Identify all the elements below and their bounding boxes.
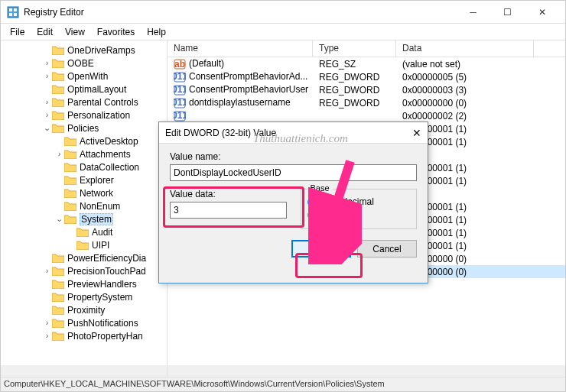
tree-item[interactable]: ›OpenWith xyxy=(2,70,167,83)
folder-icon xyxy=(52,45,64,55)
radio-hexadecimal[interactable] xyxy=(307,197,317,207)
tree-item[interactable]: ActiveDesktop xyxy=(2,134,167,147)
svg-rect-3 xyxy=(9,13,12,16)
menu-bar: File Edit View Favorites Help xyxy=(1,24,565,40)
edit-dword-dialog: Edit DWORD (32-bit) Value ✕ Value name: … xyxy=(158,121,428,283)
tree-item[interactable]: DataCollection xyxy=(2,160,167,173)
value-name: ConsentPromptBehaviorAd... xyxy=(189,71,307,82)
tree-item[interactable]: ›PushNotifications xyxy=(2,316,167,329)
close-button[interactable]: ✕ xyxy=(525,1,559,24)
tree-item-label: DataCollection xyxy=(80,162,139,173)
tree-item-label: ActiveDesktop xyxy=(80,136,138,147)
tree-item-label: Network xyxy=(80,188,113,199)
svg-text:011: 011 xyxy=(174,71,186,82)
tree-item[interactable]: Network xyxy=(2,186,167,199)
ok-button[interactable]: OK xyxy=(291,240,351,258)
status-bar: Computer\HKEY_LOCAL_MACHINE\SOFTWARE\Mic… xyxy=(1,377,565,392)
tree-item[interactable]: ⌄System xyxy=(2,212,167,225)
value-data-input[interactable] xyxy=(170,202,287,219)
dialog-close-button[interactable]: ✕ xyxy=(398,127,421,139)
column-data[interactable]: Data xyxy=(396,40,534,57)
folder-icon xyxy=(76,240,89,250)
tree-hscroll[interactable] xyxy=(1,365,167,377)
folder-icon xyxy=(64,201,76,211)
menu-file[interactable]: File xyxy=(4,25,31,39)
value-name: ConsentPromptBehaviorUser xyxy=(189,84,308,95)
window-titlebar: Registry Editor ─ ☐ ✕ xyxy=(1,1,565,24)
menu-help[interactable]: Help xyxy=(141,25,172,39)
tree-item-label: PushNotifications xyxy=(67,318,138,329)
value-icon: 011 xyxy=(174,110,186,122)
menu-edit[interactable]: Edit xyxy=(31,25,59,39)
tree-item[interactable]: OptimalLayout xyxy=(2,83,167,96)
svg-text:011: 011 xyxy=(174,84,186,95)
tree-item[interactable]: PropertySystem xyxy=(2,290,167,303)
tree-item-label: PropertySystem xyxy=(67,292,132,303)
value-data: 0x00000003 (3) xyxy=(396,85,534,96)
value-icon: 011 xyxy=(174,71,186,83)
svg-rect-4 xyxy=(14,13,17,16)
tree-item[interactable]: ›PhotoPropertyHan xyxy=(2,329,167,342)
folder-icon xyxy=(64,188,76,198)
tree-item[interactable]: PowerEfficiencyDia xyxy=(2,251,167,264)
column-name[interactable]: Name xyxy=(168,40,313,57)
tree-item-label: Audit xyxy=(92,227,112,238)
base-group: Base Hexadecimal Decimal xyxy=(301,189,418,229)
svg-rect-2 xyxy=(14,8,17,11)
tree-item[interactable]: OneDriveRamps xyxy=(2,44,167,57)
tree-item-label: Explorer xyxy=(80,175,114,186)
value-row[interactable]: 0110x00000002 (2) xyxy=(168,109,565,122)
radio-hexadecimal-label: Hexadecimal xyxy=(321,196,374,207)
folder-icon xyxy=(52,110,64,120)
tree-item-label: PreviewHandlers xyxy=(67,279,137,290)
value-row[interactable]: 011ConsentPromptBehaviorUserREG_DWORD0x0… xyxy=(168,83,565,96)
minimize-button[interactable]: ─ xyxy=(456,1,490,24)
value-data: 0x00000005 (5) xyxy=(396,72,534,83)
tree-item-label: System xyxy=(80,213,113,225)
folder-icon xyxy=(52,318,64,328)
tree-item[interactable]: PreviewHandlers xyxy=(2,277,167,290)
tree-item[interactable]: UIPI xyxy=(2,238,167,251)
value-name-input[interactable] xyxy=(170,164,417,181)
cancel-button[interactable]: Cancel xyxy=(357,240,417,258)
folder-icon xyxy=(64,136,76,146)
radio-decimal[interactable] xyxy=(307,210,317,220)
window-title: Registry Editor xyxy=(24,7,456,18)
list-hscroll[interactable] xyxy=(168,365,565,377)
value-data-label: Value data: xyxy=(170,189,287,199)
tree-item[interactable]: ›Attachments xyxy=(2,147,167,160)
menu-view[interactable]: View xyxy=(59,25,91,39)
value-data: (value not set) xyxy=(396,59,534,70)
tree-item[interactable]: ›Personalization xyxy=(2,109,167,121)
registry-tree[interactable]: OneDriveRamps›OOBE›OpenWithOptimalLayout… xyxy=(1,40,167,345)
value-row[interactable]: 011dontdisplaylastusernameREG_DWORD0x000… xyxy=(168,96,565,109)
tree-item-label: Attachments xyxy=(80,149,131,160)
tree-item[interactable]: ›OOBE xyxy=(2,57,167,70)
radio-decimal-label: Decimal xyxy=(321,209,354,220)
tree-item[interactable]: Proximity xyxy=(2,303,167,316)
folder-icon xyxy=(64,175,76,185)
tree-item-label: Proximity xyxy=(67,305,105,316)
tree-item[interactable]: ›PrecisionTouchPad xyxy=(2,264,167,277)
tree-item-label: UIPI xyxy=(92,240,109,251)
value-type: REG_DWORD xyxy=(313,98,396,109)
tree-item[interactable]: ›Parental Controls xyxy=(2,96,167,109)
value-row[interactable]: 011ConsentPromptBehaviorAd...REG_DWORD0x… xyxy=(168,70,565,83)
tree-item-label: PowerEfficiencyDia xyxy=(67,253,146,264)
value-row[interactable]: ab(Default)REG_SZ(value not set) xyxy=(168,57,565,70)
dialog-titlebar[interactable]: Edit DWORD (32-bit) Value ✕ xyxy=(159,122,428,144)
svg-text:ab: ab xyxy=(174,59,185,70)
tree-item[interactable]: ⌄Policies xyxy=(2,121,167,134)
folder-icon xyxy=(52,331,64,341)
column-type[interactable]: Type xyxy=(313,40,396,57)
tree-item-label: Personalization xyxy=(67,110,130,121)
svg-rect-1 xyxy=(9,8,12,11)
value-icon: ab xyxy=(174,58,186,70)
menu-favorites[interactable]: Favorites xyxy=(91,25,141,39)
tree-item[interactable]: NonEnum xyxy=(2,199,167,212)
tree-item-label: PhotoPropertyHan xyxy=(67,331,143,342)
tree-item[interactable]: Audit xyxy=(2,225,167,238)
list-header: Name Type Data xyxy=(168,40,565,57)
tree-item[interactable]: Explorer xyxy=(2,173,167,186)
maximize-button[interactable]: ☐ xyxy=(490,1,525,24)
